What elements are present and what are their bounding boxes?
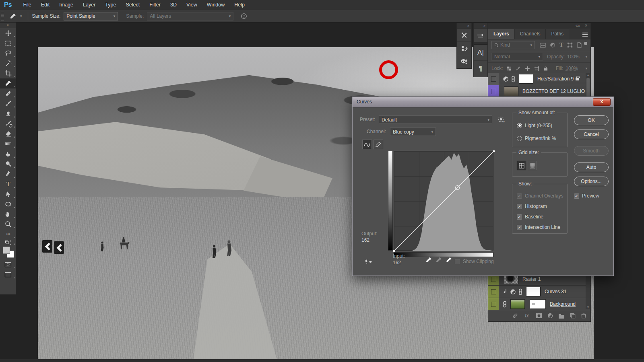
tool-hand[interactable] [0, 209, 16, 219]
lock-transparency-icon[interactable] [506, 66, 512, 71]
layer-thumbnail[interactable] [504, 86, 518, 96]
layer-visibility-checkbox[interactable] [491, 89, 496, 94]
menu-item-window[interactable]: Window [202, 0, 229, 10]
layer-visibility-checkbox[interactable] [491, 289, 496, 294]
layer-thumbnail[interactable] [510, 299, 525, 309]
tool-pen[interactable] [0, 169, 16, 179]
menu-item-view[interactable]: View [182, 0, 202, 10]
point-curve-tool-button[interactable] [362, 140, 372, 149]
panel-collapse-icon[interactable]: » [457, 23, 471, 29]
lock-all-icon[interactable] [543, 66, 548, 71]
collapse-panels-icon[interactable]: «« [576, 23, 580, 28]
pigment-radio[interactable] [517, 136, 522, 141]
close-panel-icon[interactable]: × [585, 23, 587, 28]
menu-item-3d[interactable]: 3D [165, 0, 182, 10]
layer-name[interactable]: Curves 31 [545, 289, 567, 294]
filter-pixel-layers-icon[interactable] [540, 43, 546, 48]
tool-smudge[interactable] [0, 149, 16, 159]
cancel-button[interactable]: Cancel [574, 130, 609, 139]
foreground-color-swatch[interactable] [3, 247, 10, 254]
menu-item-edit[interactable]: Edit [36, 0, 55, 10]
light-radio[interactable] [517, 123, 522, 128]
layer-mask-thumbnail[interactable] [530, 299, 546, 309]
preview-checkbox[interactable]: ✓ [574, 193, 579, 199]
tool-path-selection[interactable] [0, 189, 16, 199]
curves-dialog-titlebar[interactable]: Curves X [353, 97, 613, 107]
delete-layer-icon[interactable] [581, 313, 586, 319]
tab-channels[interactable]: Channels [515, 29, 546, 39]
layer-visibility-cell[interactable] [488, 298, 499, 310]
tool-type[interactable]: T [0, 179, 16, 189]
tool-eyedropper[interactable] [0, 78, 16, 88]
filter-adjustment-layers-icon[interactable] [550, 42, 555, 48]
panel-menu-icon[interactable] [582, 32, 588, 37]
layer-name[interactable]: Hue/Saturation 9 [537, 76, 574, 82]
layer-style-fx-icon[interactable]: fx [524, 313, 530, 319]
new-group-icon[interactable] [558, 313, 565, 319]
auto-button[interactable]: Auto [574, 162, 609, 172]
pencil-curve-tool-button[interactable] [374, 140, 383, 149]
simple-grid-button[interactable] [517, 161, 526, 170]
layer-thumbnail[interactable] [519, 74, 533, 84]
filter-type-layers-icon[interactable]: T [559, 42, 563, 48]
lock-artboard-icon[interactable] [534, 66, 539, 71]
sample-size-select[interactable]: Point Sample ▾ [64, 12, 118, 21]
menu-item-layer[interactable]: Layer [78, 0, 100, 10]
tool-lasso[interactable] [0, 48, 16, 58]
layer-name[interactable]: Background [550, 301, 576, 307]
add-mask-icon[interactable] [536, 313, 542, 319]
tool-dodge[interactable] [0, 159, 16, 169]
ok-button[interactable]: OK [574, 115, 609, 125]
show-option-checkbox[interactable]: ✓ [517, 214, 522, 220]
lock-position-icon[interactable] [525, 66, 530, 71]
scroll-down-icon[interactable]: ▼ [586, 305, 590, 309]
tool-gradient[interactable] [0, 139, 16, 149]
tool-crop[interactable] [0, 68, 16, 78]
show-option-checkbox[interactable]: ✓ [517, 225, 522, 230]
layer-visibility-checkbox[interactable] [491, 76, 496, 82]
dialog-close-button[interactable]: X [593, 98, 611, 106]
eyedropper-tool-icon[interactable] [10, 13, 17, 20]
swap-colors-icon[interactable] [0, 239, 16, 246]
layer-thumbnail[interactable] [526, 287, 541, 296]
layer-name[interactable]: BOZZETTO DEF 12 LUGLIO [522, 88, 585, 94]
toolbar-collapse-icon[interactable]: » [0, 23, 16, 28]
tool-marquee[interactable] [0, 38, 16, 48]
filter-toggle-icon[interactable] [584, 42, 587, 45]
tool-spot-healing[interactable] [0, 88, 16, 99]
tool-history-brush[interactable] [0, 119, 16, 129]
layer-row[interactable]: Curves 31 [488, 286, 590, 298]
targeted-adjustment-tool-icon[interactable] [364, 258, 372, 265]
quick-mask-button[interactable] [0, 259, 16, 269]
tool-eraser[interactable] [0, 129, 16, 139]
white-point-eyedropper-icon[interactable] [446, 257, 452, 263]
new-adjustment-layer-icon[interactable] [547, 313, 553, 319]
light-radio-row[interactable]: Light (0-255) [517, 123, 552, 128]
actions-panel-icon[interactable] [457, 42, 471, 55]
3d-panel-icon[interactable] [457, 55, 471, 68]
tool-preset-caret-icon[interactable]: ▾ [20, 14, 22, 18]
filter-smart-objects-icon[interactable] [577, 42, 582, 48]
show-option-checkbox[interactable]: ✓ [517, 204, 522, 209]
show-option-intersection-line[interactable]: ✓Intersection Line [517, 224, 560, 230]
new-layer-icon[interactable] [570, 313, 576, 319]
tool-zoom[interactable] [0, 219, 16, 229]
show-option-histogram[interactable]: ✓Histogram [517, 204, 547, 209]
menu-item-file[interactable]: File [19, 0, 36, 10]
scroll-up-icon[interactable]: ▲ [586, 73, 590, 77]
lock-pixels-icon[interactable] [516, 66, 521, 71]
show-option-baseline[interactable]: ✓Baseline [517, 214, 543, 220]
screen-mode-button[interactable] [0, 269, 16, 280]
color-swatches[interactable] [0, 246, 16, 259]
tab-layers[interactable]: Layers [488, 29, 515, 39]
layer-visibility-cell[interactable] [488, 73, 499, 85]
preset-select[interactable]: Default ▾ [379, 115, 492, 124]
tab-paths[interactable]: Paths [546, 29, 569, 39]
layer-visibility-checkbox[interactable] [491, 302, 496, 307]
filter-kind-select[interactable]: Kind ▾ [491, 41, 535, 49]
channel-select[interactable]: Blue copy ▾ [390, 128, 436, 136]
layer-row[interactable]: Background [488, 298, 590, 311]
character-panel-icon[interactable]: A| [474, 45, 487, 61]
menu-item-type[interactable]: Type [100, 0, 121, 10]
brush-settings-panel-icon[interactable] [474, 29, 487, 42]
